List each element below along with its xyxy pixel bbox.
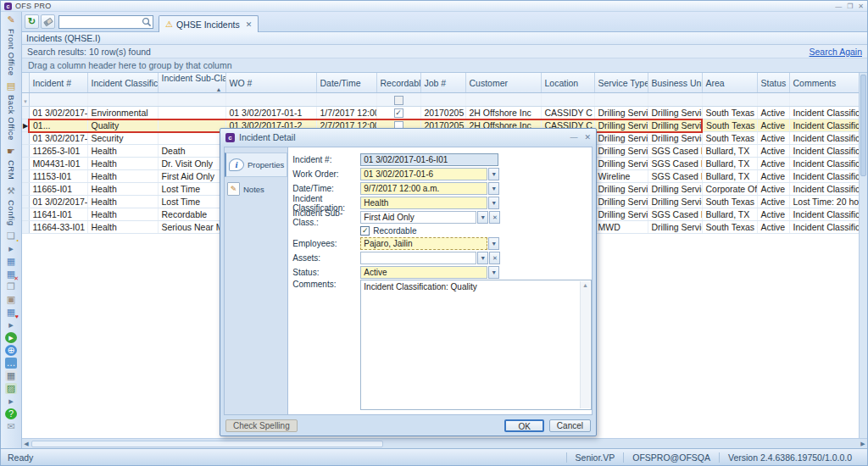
incident-sub-class-field[interactable]: First Aid Only [360,211,476,224]
sidebar-item-play-green[interactable]: ▸ [5,332,17,343]
cell-subclass[interactable] [158,107,225,119]
horizontal-scrollbar[interactable]: ◀ ▶ [22,438,867,448]
work-order-dropdown-icon[interactable]: ▼ [488,168,499,180]
sidebar-item-calculator[interactable]: ▦ [5,370,17,381]
cell-service[interactable]: Drilling Services [594,196,648,208]
cell-subclass[interactable] [158,132,225,145]
column-header-recordable[interactable]: Recordable [376,73,420,93]
filter-cell-bu[interactable] [648,93,702,107]
cell-incident[interactable]: 01 3/02/2017-01-... [29,107,87,119]
cell-area[interactable]: Corporate Office [702,183,757,196]
cell-status[interactable]: Active [757,221,789,234]
cell-status[interactable]: Active [757,132,789,145]
filter-cell-location[interactable] [541,93,594,107]
sidebar-item-new-page[interactable]: ❏• [5,230,17,241]
cell-incident[interactable]: 11641-I01 [29,208,87,221]
cell-area[interactable]: South Texas [702,119,757,132]
cell-subclass[interactable] [158,119,225,132]
cell-status[interactable]: Active [757,107,789,119]
work-order-field[interactable]: 01 3/02/2017-01-6 [360,168,487,180]
cell-service[interactable]: MWD [594,221,648,234]
cell-comments[interactable]: Lost Time: 20 hours [789,196,859,208]
cell-classification[interactable]: Environmental [87,107,158,119]
cell-wo[interactable]: 01 3/02/2017-01-1 [225,107,316,119]
filter-cell-datetime[interactable] [316,93,376,107]
filter-cell-recordable[interactable] [376,93,420,107]
cell-area[interactable]: Bullard, TX [702,208,757,221]
cell-classification[interactable]: Health [87,183,158,196]
sidebar-item-chat[interactable]: … [5,358,17,369]
cell-incident[interactable]: 01 3/02/2017-01-... [29,196,87,208]
recordable-dialog-checkbox[interactable]: ✓ [360,226,370,236]
cell-classification[interactable]: Quality [87,119,158,132]
employees-dropdown-icon[interactable]: ▼ [488,237,499,250]
column-header-customer[interactable]: Customer [465,73,541,93]
filter-cell-status[interactable] [757,93,789,107]
cell-classification[interactable]: Security [87,132,158,145]
incident-sub-class-dropdown-icon[interactable]: ▼ [477,211,488,224]
assets-field[interactable] [360,252,476,264]
cell-datetime[interactable]: 1/7/2017 12:00 a.m. [316,107,376,119]
filter-cell-area[interactable] [702,93,757,107]
cell-classification[interactable]: Health [87,158,158,170]
tab-qhse-incidents[interactable]: ⚠ QHSE Incidents ✕ [159,15,259,32]
cell-area[interactable]: South Texas [702,221,757,234]
cell-bu[interactable]: Drilling Services [648,119,702,132]
cell-bu[interactable]: SGS Cased Hole ... [648,170,702,183]
cell-comments[interactable]: Incident Classification: Environmental [789,107,859,119]
search-input[interactable] [59,17,141,27]
assets-dropdown-icon[interactable]: ▼ [477,252,488,264]
cell-comments[interactable]: Incident Classification: Health [789,183,859,196]
cell-area[interactable]: Bullard, TX [702,170,757,183]
sidebar-item-grid-delete[interactable]: ▦✕ [5,269,17,280]
incident-field[interactable]: 01 3/02/2017-01-6-I01 [360,153,498,166]
column-header-status[interactable]: Status [757,73,789,93]
textarea-scrollbar[interactable]: ▲ [580,281,590,408]
cell-status[interactable]: Active [757,183,789,196]
sidebar-item-globe[interactable]: ⊕ [5,345,17,356]
cell-service[interactable]: Drilling Services [594,145,648,158]
cell-service[interactable]: Drilling Services [594,158,648,170]
date-time-field[interactable]: 9/7/2017 12:00 a.m. [360,182,487,195]
incident-classification-dropdown-icon[interactable]: ▼ [488,197,499,209]
horizontal-scrollbar-thumb[interactable] [31,441,383,447]
cell-service[interactable]: Wireline [594,170,648,183]
cell-service[interactable]: Drilling Services [594,183,648,196]
vertical-scrollbar[interactable] [859,73,867,438]
cell-status[interactable]: Active [757,208,789,221]
restore-button[interactable]: ❐ [847,3,853,10]
cell-incident[interactable]: 01 3/02/2017-01-... [29,132,87,145]
sidebar-item-expand-arrow-3[interactable]: ▸ [5,396,17,407]
filter-cell-job[interactable] [420,93,465,107]
cell-incident[interactable]: 11664-33-I01 [29,221,87,234]
cell-status[interactable]: Active [757,119,789,132]
dialog-minimize-button[interactable]: — [570,133,577,141]
column-header-datetime[interactable]: Date/Time [316,73,376,93]
cell-area[interactable]: South Texas [702,132,757,145]
cell-incident[interactable]: M04431-I01 [29,158,87,170]
cell-comments[interactable]: Incident Classification: Health [789,208,859,221]
filter-cell-service[interactable] [594,93,648,107]
clear-button[interactable] [41,14,55,29]
cell-service[interactable]: Drilling Services [594,107,648,119]
cell-area[interactable]: Bullard, TX [702,145,757,158]
filter-cell-subclass[interactable] [158,93,225,107]
cell-bu[interactable]: Drilling Services [648,107,702,119]
cell-bu[interactable]: Drilling Services [648,221,702,234]
cell-comments[interactable]: Incident Classification: Health [789,145,859,158]
sidebar-item-expand-arrow-2[interactable]: ▸ [5,319,17,330]
cell-status[interactable]: Active [757,196,789,208]
minimize-button[interactable]: — [835,3,842,10]
sidebar-item-image[interactable]: ▨ [5,383,17,394]
cell-incident[interactable]: 11265-3-I01 [29,145,87,158]
comments-field[interactable]: Incident Classification: Quality▲ [360,280,592,410]
scroll-right-icon[interactable]: ▶ [859,441,867,447]
cell-comments[interactable]: Incident Classification: Health [789,158,859,170]
sidebar-item-expand-arrow[interactable]: ▸ [5,243,17,254]
filter-cell-classification[interactable] [87,93,158,107]
cell-bu[interactable]: SGS Cased Hole ... [648,145,702,158]
sidebar-item-archive-box[interactable]: ▣ [5,294,17,305]
filter-cell-wo[interactable] [225,93,316,107]
cell-subclass[interactable]: Lost Time [158,196,225,208]
search-icon[interactable] [141,16,153,28]
